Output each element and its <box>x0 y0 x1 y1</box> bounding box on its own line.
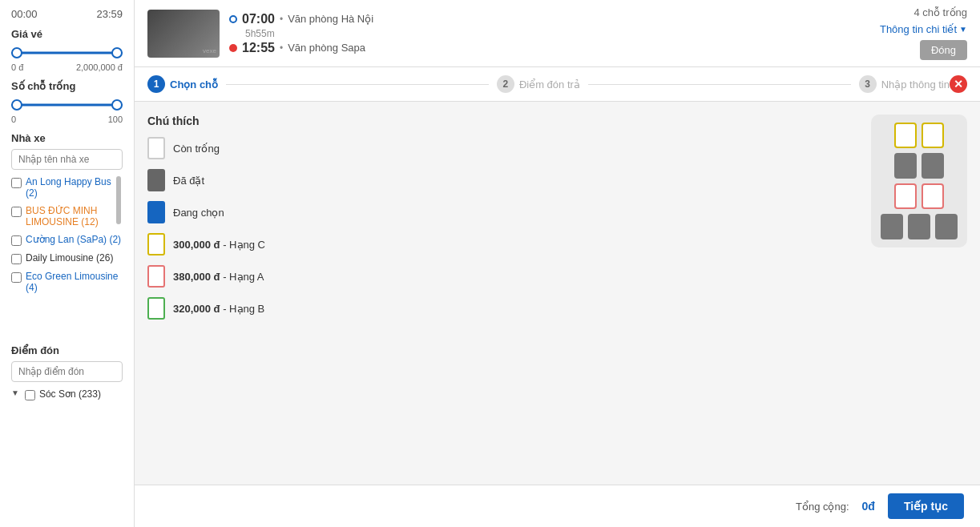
pickup-checkbox-0[interactable] <box>25 390 35 400</box>
step-3: 3 Nhập thông tin <box>859 75 950 93</box>
price-slider[interactable] <box>11 45 123 61</box>
seat-2-2 <box>922 153 944 179</box>
step-close-button[interactable]: ✕ <box>950 75 967 93</box>
price-b: 320,000 đ <box>173 303 220 315</box>
legend-icon-empty <box>147 137 165 159</box>
close-trip-button[interactable]: Đóng <box>920 40 967 60</box>
seat-row-4 <box>881 214 958 239</box>
nha-xe-label: Nhà xe <box>11 132 123 144</box>
step-divider-1 <box>226 84 489 85</box>
seats-slider[interactable] <box>11 97 123 113</box>
legend-label-b: 320,000 đ - Hạng B <box>173 303 264 315</box>
carrier-name-4: Eco Green Limousine (4) <box>26 271 123 293</box>
seat-row-3 <box>894 183 944 209</box>
footer-bar: Tổng cộng: 0đ Tiếp tục <box>135 485 980 527</box>
step-2-label: Điểm đón trả <box>519 78 580 91</box>
carrier-item-1: BUS ĐỨC MINH LIMOUSINE (12) <box>11 205 123 227</box>
arr-sep: • <box>280 42 283 54</box>
arrival-time: 12:55 <box>242 41 275 55</box>
time-start: 00:00 <box>11 8 38 20</box>
legend-title: Chú thích <box>147 115 855 127</box>
departure-time: 07:00 <box>242 12 275 26</box>
legend-icon-taken <box>147 169 165 191</box>
trip-actions: 4 chỗ trống Thông tin chi tiết Đóng <box>880 6 967 60</box>
carrier-checkbox-0[interactable] <box>11 178 22 188</box>
diem-don-input[interactable] <box>11 361 123 382</box>
legend-label-c: 300,000 đ - Hạng C <box>173 239 265 251</box>
diem-don-label: Điểm đón <box>11 344 123 356</box>
carrier-item-4: Eco Green Limousine (4) <box>11 271 123 293</box>
carrier-item-0: An Long Happy Bus (2) <box>11 176 123 199</box>
detail-link-text: Thông tin chi tiết <box>880 23 957 35</box>
detail-link[interactable]: Thông tin chi tiết <box>880 23 967 35</box>
arrival-loc: Văn phòng Sapa <box>288 42 365 54</box>
legend-icon-b <box>147 297 165 320</box>
carrier-item-2: Cường Lan (SaPa) (2) <box>11 234 123 246</box>
seat-1-1[interactable] <box>894 123 917 148</box>
nha-xe-input[interactable] <box>11 149 123 170</box>
seats-thumb-right[interactable] <box>111 99 123 111</box>
step-1-circle: 1 <box>147 75 165 93</box>
seat-3-2[interactable] <box>922 183 944 209</box>
step-3-label: Nhập thông tin <box>881 78 950 91</box>
continue-button[interactable]: Tiếp tục <box>888 493 964 519</box>
trip-info: 07:00 • Văn phòng Hà Nội 5h55m 12:55 • V… <box>229 12 870 55</box>
total-amount: 0đ <box>862 500 875 513</box>
seat-map <box>871 115 967 247</box>
seat-row-2 <box>894 153 944 179</box>
carrier-checkbox-4[interactable] <box>11 272 22 283</box>
carrier-name-0: An Long Happy Bus (2) <box>26 176 123 199</box>
carrier-name-1: BUS ĐỨC MINH LIMOUSINE (12) <box>26 205 123 227</box>
carrier-checkbox-1[interactable] <box>11 207 22 217</box>
class-b: - Hạng B <box>223 303 264 315</box>
class-a: - Hạng A <box>223 271 264 283</box>
step-1-label: Chọn chỗ <box>170 78 218 91</box>
pickup-expand-icon[interactable]: ▼ <box>11 388 19 397</box>
left-panel: 00:00 23:59 Giá vé 0 đ 2,000,000 đ Số ch… <box>0 0 135 527</box>
legend-empty: Còn trống <box>147 137 855 159</box>
right-panel: vexe 07:00 • Văn phòng Hà Nội 5h55m 12:5… <box>135 0 980 527</box>
price-a: 380,000 đ <box>173 271 220 283</box>
seats-max: 100 <box>108 115 123 124</box>
seats-label: Số chỗ trống <box>11 80 123 92</box>
step-divider-2 <box>588 84 851 85</box>
seats-min: 0 <box>11 115 16 124</box>
seat-1-2[interactable] <box>922 123 944 148</box>
dep-sep: • <box>280 14 283 25</box>
seat-4-2 <box>908 214 930 239</box>
time-end: 23:59 <box>96 8 123 20</box>
legend-label-taken: Đã đặt <box>173 175 204 187</box>
steps-container: 1 Chọn chỗ 2 Điểm đón trả 3 Nhập thông t… <box>147 75 950 93</box>
carrier-checkbox-list: An Long Happy Bus (2) BUS ĐỨC MINH LIMOU… <box>11 176 123 293</box>
departure-row: 07:00 • Văn phòng Hà Nội <box>229 12 870 26</box>
price-thumb-right[interactable] <box>111 47 123 58</box>
carrier-checkbox-3[interactable] <box>11 254 22 264</box>
carrier-checkbox-2[interactable] <box>11 235 22 246</box>
arr-dot-icon <box>229 44 237 52</box>
carrier-name-3: Daily Limousine (26) <box>26 252 113 264</box>
legend-icon-c <box>147 233 165 255</box>
price-c: 300,000 đ <box>173 239 220 251</box>
legend-label-empty: Còn trống <box>173 143 220 155</box>
legend-class-b: 320,000 đ - Hạng B <box>147 297 855 320</box>
step-2-circle: 2 <box>497 75 514 93</box>
price-max: 2,000,000 đ <box>76 62 123 72</box>
price-thumb-left[interactable] <box>11 47 22 58</box>
seat-3-1[interactable] <box>894 183 917 209</box>
seat-4-1 <box>881 214 903 239</box>
carrier-item-3: Daily Limousine (26) <box>11 252 123 264</box>
carrier-name-2: Cường Lan (SaPa) (2) <box>26 234 121 245</box>
step-1: 1 Chọn chỗ <box>147 75 218 93</box>
legend-taken: Đã đặt <box>147 169 855 191</box>
step-2-number: 2 <box>503 78 509 90</box>
seats-thumb-left[interactable] <box>11 99 22 111</box>
legend-class-c: 300,000 đ - Hạng C <box>147 233 855 255</box>
pickup-list: ▼ Sóc Sơn (233) <box>11 388 123 400</box>
carrier-scrollbar[interactable] <box>116 176 121 224</box>
trip-duration: 5h55m <box>245 28 870 39</box>
total-label: Tổng cộng: <box>796 501 849 513</box>
departure-loc: Văn phòng Hà Nội <box>288 13 373 25</box>
seats-available: 4 chỗ trống <box>913 6 967 18</box>
arrival-row: 12:55 • Văn phòng Sapa <box>229 41 870 55</box>
pickup-item-0: ▼ Sóc Sơn (233) <box>11 388 123 400</box>
